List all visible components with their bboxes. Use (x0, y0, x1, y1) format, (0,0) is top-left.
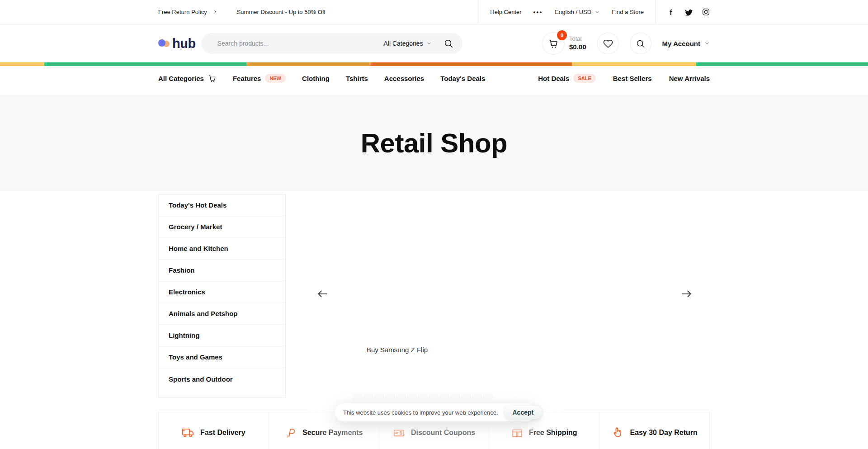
cart-icon-circle[interactable]: 0 (542, 32, 565, 55)
more-options-icon[interactable]: ••• (533, 9, 543, 15)
sidebar-item-home-and-kitchen[interactable]: Home and Kitchen (159, 238, 285, 260)
heart-icon (603, 38, 613, 48)
arrow-right-icon (681, 288, 693, 300)
cart-count-badge: 0 (557, 30, 567, 40)
nav-all-categories-label: All Categories (158, 75, 204, 82)
sidebar-item-todays-hot-deals[interactable]: Today's Hot Deals (159, 194, 285, 216)
nav-left: All Categories Features NEW Clothing Tsh… (158, 74, 485, 83)
feature-label: Fast Delivery (200, 429, 245, 437)
feature-label: Easy 30 Day Return (630, 429, 697, 437)
accept-cookies-button[interactable]: Accept (505, 406, 542, 419)
cart-button[interactable]: 0 Total $0.00 (542, 32, 586, 55)
search-icon (636, 39, 645, 48)
divider (656, 0, 656, 24)
arrow-left-icon (316, 288, 328, 300)
search-submit-button[interactable] (443, 38, 453, 48)
feature-label: Free Shipping (529, 429, 577, 437)
free-return-policy-link[interactable]: Free Return Policy (158, 9, 207, 15)
nav-hot-deals[interactable]: Hot Deals SALE (538, 74, 596, 83)
carousel-dot (450, 393, 460, 401)
carousel-dot (374, 393, 384, 401)
social-icons (668, 8, 710, 16)
search-icon (443, 38, 453, 48)
page: Free Return Policy Summer Discount - Up … (0, 0, 868, 449)
feature-fast-delivery: Fast Delivery (159, 412, 269, 449)
wishlist-button[interactable] (597, 33, 619, 54)
sidebar-item-grocery-market[interactable]: Grocery / Market (159, 216, 285, 238)
carousel-dot (418, 393, 428, 401)
carousel-dot (472, 393, 482, 401)
search-bar: All Categories (201, 33, 462, 54)
nav-features[interactable]: Features NEW (233, 74, 286, 83)
cookie-banner: This website uses cookies to improve you… (335, 403, 536, 421)
nav-accessories[interactable]: Accessories (384, 75, 424, 82)
paypal-icon (285, 427, 297, 439)
nav-todays-deals[interactable]: Today's Deals (440, 75, 485, 82)
chevron-down-icon (426, 41, 432, 46)
feature-easy-return: Easy 30 Day Return (599, 412, 709, 449)
cart-total: Total $0.00 (569, 35, 586, 51)
page-title: Retail Shop (361, 128, 508, 159)
feature-label: Secure Payments (302, 429, 363, 437)
facebook-icon[interactable] (668, 9, 675, 16)
carousel-prev-button[interactable] (316, 288, 328, 300)
main-nav: All Categories Features NEW Clothing Tsh… (0, 66, 868, 90)
brand-color-stripe (0, 62, 868, 66)
carousel-slide-caption[interactable]: Buy Samsung Z Flip (367, 346, 428, 354)
carousel-dot (385, 393, 395, 401)
carousel-dot (483, 393, 493, 401)
truck-icon (182, 426, 194, 439)
sidebar-item-toys-and-games[interactable]: Toys and Games (159, 346, 285, 368)
carousel-dot (439, 393, 449, 401)
instagram-icon[interactable] (702, 8, 710, 16)
logo[interactable]: hub (158, 36, 196, 51)
feature-label: Discount Coupons (411, 429, 475, 437)
search-category-select[interactable]: All Categories (384, 40, 432, 47)
header-actions: 0 Total $0.00 (542, 32, 710, 55)
cookie-message: This website uses cookies to improve you… (343, 409, 498, 416)
svg-text:$: $ (400, 430, 402, 435)
find-a-store-link[interactable]: Find a Store (612, 9, 644, 15)
header-search-button[interactable] (630, 33, 651, 54)
sidebar-item-animals-and-petshop[interactable]: Animals and Petshop (159, 303, 285, 325)
twitter-icon[interactable] (684, 8, 693, 16)
header: hub All Categories (0, 24, 868, 62)
sidebar-item-sports-and-outdoor[interactable]: Sports and Outdoor (159, 368, 285, 390)
carousel-dot (407, 393, 417, 401)
help-center-link[interactable]: Help Center (490, 9, 521, 15)
giftbox-icon (511, 427, 523, 439)
sidebar-item-electronics[interactable]: Electronics (159, 281, 285, 303)
my-account-label: My Account (662, 40, 700, 47)
nav-new-arrivals[interactable]: New Arrivals (669, 75, 710, 82)
chevron-right-icon (212, 9, 218, 15)
topbar: Free Return Policy Summer Discount - Up … (0, 0, 868, 24)
topbar-left: Free Return Policy Summer Discount - Up … (158, 9, 326, 15)
logo-text: hub (172, 36, 196, 51)
sale-badge: SALE (573, 74, 595, 83)
category-sidebar: Today's Hot Deals Grocery / Market Home … (158, 194, 286, 397)
hand-pointer-icon (611, 426, 624, 439)
sidebar-item-fashion[interactable]: Fashion (159, 260, 285, 281)
nav-features-label: Features (233, 75, 261, 82)
nav-best-sellers[interactable]: Best Sellers (613, 75, 652, 82)
sidebar-item-lightning[interactable]: Lightning (159, 325, 285, 346)
search-category-label: All Categories (384, 40, 423, 47)
carousel-thumbnails-placeholder (353, 393, 493, 401)
cart-icon (548, 38, 559, 49)
summer-discount-link[interactable]: Summer Discount - Up to 50% Off (237, 9, 326, 15)
nav-tshirts[interactable]: Tshirts (346, 75, 368, 82)
new-badge: NEW (265, 74, 286, 83)
divider (478, 0, 478, 24)
language-currency-select[interactable]: English / USD (555, 9, 600, 15)
nav-all-categories[interactable]: All Categories (158, 74, 217, 83)
carousel-dot (363, 393, 373, 401)
coupon-icon: $ (393, 427, 405, 439)
logo-icon (158, 39, 172, 48)
carousel-dot (429, 393, 439, 401)
carousel-dot (396, 393, 406, 401)
my-account-menu[interactable]: My Account (662, 40, 710, 47)
carousel-next-button[interactable] (681, 288, 693, 300)
search-input[interactable] (217, 40, 384, 47)
nav-clothing[interactable]: Clothing (302, 75, 330, 82)
cart-total-label: Total (569, 35, 586, 43)
